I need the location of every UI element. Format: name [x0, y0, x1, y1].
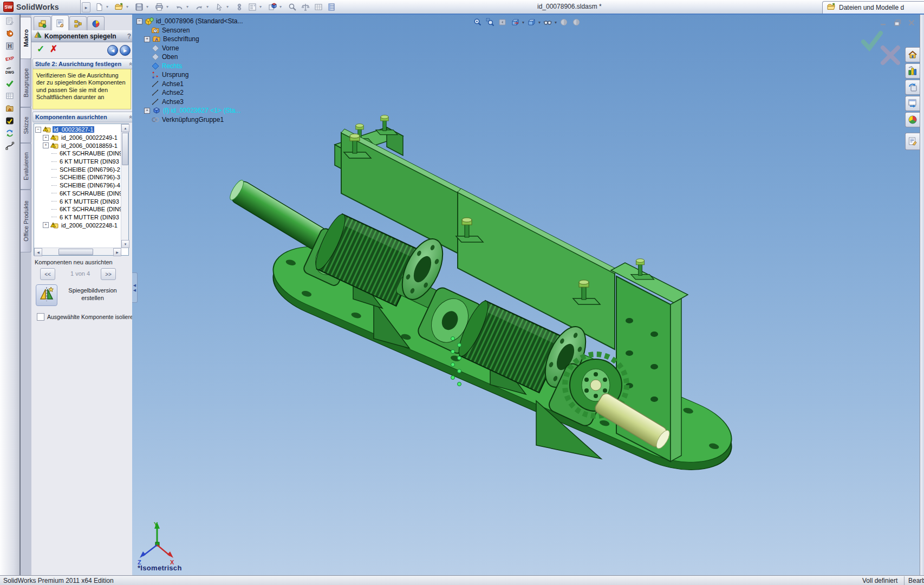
appearance-button[interactable]	[558, 17, 569, 28]
forward-button[interactable]: ▶	[120, 45, 131, 56]
graphics-viewport[interactable]: −id_00078906 (Standard<Sta...Sensoren+AB…	[132, 15, 920, 575]
featuremanager-tab[interactable]	[34, 16, 51, 30]
next-orientation-button[interactable]: >>	[101, 268, 116, 280]
previous-view-button[interactable]	[497, 17, 508, 28]
save-button-dropdown[interactable]: ▾	[146, 4, 151, 9]
appearances-button[interactable]	[905, 112, 920, 127]
select-button[interactable]	[213, 1, 225, 12]
feature-tree-item[interactable]: Oben	[144, 53, 243, 62]
cancel-button[interactable]: ✗	[50, 44, 57, 54]
feature-tree-item[interactable]: +ABeschriftung	[144, 35, 243, 44]
edit-appearance-button[interactable]	[266, 1, 278, 12]
tree-item[interactable]: +!id_2006_00018859-1	[34, 141, 121, 150]
tree-item[interactable]: 6 KT MUTTER (DIN93	[34, 197, 121, 205]
edit-appearance-button-dropdown[interactable]: ▾	[279, 4, 284, 9]
folder-macro-icon[interactable]	[3, 102, 16, 114]
help-button[interactable]: ?	[127, 32, 131, 40]
edit-macro-icon[interactable]	[3, 15, 16, 27]
file-explorer-button[interactable]	[905, 80, 920, 95]
tree-item[interactable]: SCHEIBE (DIN6796)-3	[34, 173, 121, 181]
scroll-right-button[interactable]: ▶	[113, 248, 121, 256]
isolate-checkbox-row[interactable]: Ausgewählte Komponente isolieren	[37, 313, 136, 321]
create-mirror-version-button[interactable]	[36, 284, 57, 306]
save-button[interactable]	[133, 1, 145, 12]
select-button-dropdown[interactable]: ▾	[226, 4, 231, 9]
magnifier-button[interactable]	[287, 1, 298, 12]
open-button[interactable]	[113, 1, 125, 12]
view-orientation-button-dropdown[interactable]: ▾	[538, 20, 541, 25]
display-style-button-dropdown[interactable]: ▾	[555, 20, 557, 25]
tree-item[interactable]: +!id_2006_00022248-1	[34, 221, 121, 229]
tree-item[interactable]: 6KT SCHRAUBE (DIN9	[34, 205, 121, 213]
taskpane-header-button[interactable]: Dateien und Modelle d	[822, 1, 924, 14]
restore-button[interactable]	[893, 19, 902, 27]
sidebar-tab-skizze[interactable]: Skizze	[21, 107, 31, 143]
feature-tree-item[interactable]: Achse3	[144, 98, 243, 107]
undo-button-dropdown[interactable]: ▾	[186, 4, 191, 9]
zoom-fit-button[interactable]	[472, 17, 483, 28]
verify-macro-icon[interactable]	[3, 115, 16, 127]
tree-item[interactable]: +!id_2006_00022249-1	[34, 134, 121, 142]
new-document-button[interactable]	[93, 1, 105, 12]
feature-tree-item[interactable]: Vorne	[144, 44, 243, 53]
sidebar-tab-office-produkte[interactable]: Office Produkte	[21, 190, 31, 252]
scrollbar-thumb[interactable]	[58, 249, 93, 255]
sidebar-tab-baugruppe[interactable]: Baugruppe	[21, 58, 31, 107]
feature-tree-item[interactable]: VerknüpfungGruppe1	[144, 115, 243, 125]
design-library-button[interactable]	[905, 63, 920, 79]
scroll-down-button[interactable]: ▼	[121, 240, 129, 248]
taskpane-edge-strip[interactable]	[920, 15, 924, 575]
back-button[interactable]: ◀	[107, 45, 118, 56]
table-button[interactable]	[313, 1, 324, 12]
undo-button[interactable]	[173, 1, 185, 12]
feature-tree-item[interactable]: Achse1	[144, 80, 243, 89]
vertical-scrollbar[interactable]: ▲ ▼	[121, 124, 128, 248]
check-macro-icon[interactable]	[3, 77, 16, 89]
align-header[interactable]: Komponenten ausrichten «	[32, 112, 135, 122]
save-h-macro-icon[interactable]: H	[3, 40, 16, 52]
zoom-area-button[interactable]	[485, 17, 496, 28]
custom-properties-button[interactable]	[905, 133, 920, 150]
tree-expander-icon[interactable]: +	[144, 108, 150, 114]
previous-orientation-button[interactable]: <<	[40, 268, 55, 280]
propertymanager-tab[interactable]	[51, 15, 69, 30]
feature-tree-item[interactable]: Sensoren	[144, 26, 243, 35]
dwg-macro-icon[interactable]: DWG	[3, 65, 16, 77]
tree-expander-icon[interactable]: −	[136, 18, 142, 24]
pin-button[interactable]	[233, 1, 245, 12]
table-macro-icon[interactable]	[3, 90, 16, 102]
scroll-left-button[interactable]: ◀	[34, 248, 42, 256]
horizontal-scrollbar[interactable]: ◀ ▶	[34, 248, 121, 255]
tree-item[interactable]: SCHEIBE (DIN6796)-4	[34, 181, 121, 190]
exp-macro-icon[interactable]: EXP	[3, 53, 16, 64]
display-style-button[interactable]	[542, 17, 553, 28]
tree-item[interactable]: 6 KT MUTTER (DIN93	[34, 158, 121, 166]
tree-item[interactable]: 6KT SCHRAUBE (DIN9	[34, 190, 121, 198]
displaymanager-tab[interactable]	[87, 16, 105, 30]
feature-tree-item[interactable]: Rechts	[144, 62, 243, 71]
stage-header[interactable]: Stufe 2: Ausrichtung festlegen «	[32, 58, 135, 69]
viewport-cancel-button[interactable]	[879, 43, 902, 69]
tree-expander-icon[interactable]: +	[144, 36, 150, 42]
spline-macro-icon[interactable]	[3, 140, 16, 152]
scrollbar-thumb[interactable]	[122, 133, 128, 165]
options-list-button-dropdown[interactable]: ▾	[259, 4, 264, 9]
minimize-button[interactable]	[879, 19, 888, 27]
ok-button[interactable]: ✓	[37, 44, 44, 54]
feature-tree-item[interactable]: Ursprung	[144, 70, 243, 80]
redo-button-dropdown[interactable]: ▾	[206, 4, 211, 9]
feature-tree-item[interactable]: −id_00078906 (Standard<Sta...	[136, 17, 243, 26]
fox-macro-icon[interactable]	[3, 28, 16, 40]
panel-flyout-handle[interactable]: ◀◀	[132, 272, 138, 303]
redo-button[interactable]	[193, 1, 205, 12]
tree-expander-icon[interactable]: −	[35, 127, 41, 133]
print-button-dropdown[interactable]: ▾	[166, 4, 171, 9]
close-button[interactable]	[907, 19, 916, 27]
tree-expander-icon[interactable]: +	[43, 135, 49, 141]
print-button[interactable]	[153, 1, 165, 12]
view-orientation-button[interactable]	[526, 17, 537, 28]
tree-expander-icon[interactable]: +	[43, 142, 49, 148]
tree-item[interactable]: 6KT SCHRAUBE (DIN9	[34, 150, 121, 158]
scroll-up-button[interactable]: ▲	[121, 124, 129, 132]
sidebar-tab-makro[interactable]: Makro	[21, 17, 31, 59]
